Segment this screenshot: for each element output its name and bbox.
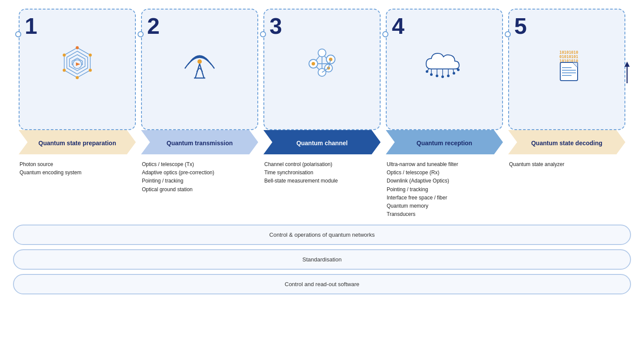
svg-point-11 bbox=[76, 76, 79, 79]
detail-item: Adaptive optics (pre-correction) bbox=[142, 169, 257, 177]
indicator-1 bbox=[15, 31, 21, 37]
banner-text-2: Quantum transmission bbox=[167, 139, 233, 147]
number-3: 3 bbox=[269, 15, 375, 37]
bottom-bar-1: Control & operations of quantum networks bbox=[13, 225, 631, 245]
number-2: 2 bbox=[147, 15, 252, 37]
detail-item: Quantum state analyzer bbox=[509, 160, 624, 169]
cloud-icon bbox=[423, 46, 466, 81]
details-4: Ultra-narrow and tuneable filter Optics … bbox=[386, 156, 503, 220]
detail-item: Interface free space / fiber bbox=[387, 194, 502, 202]
details-1: Photon source Quantum encoding system bbox=[19, 156, 136, 179]
svg-text:10101010: 10101010 bbox=[559, 50, 578, 55]
detail-item: Channel control (polarisation) bbox=[264, 160, 380, 169]
number-5: 5 bbox=[514, 15, 619, 37]
document-icon: 10101010 01010101 10101010 bbox=[547, 44, 586, 83]
detail-item: Ultra-narrow and tuneable filter bbox=[387, 160, 502, 169]
detail-item: Photon source bbox=[20, 160, 135, 169]
main-diagram: 1 bbox=[13, 9, 631, 294]
banner-wrap-1: Quantum state preparation bbox=[19, 130, 136, 156]
banner-text-4: Quantum reception bbox=[417, 139, 472, 147]
svg-point-7 bbox=[89, 54, 92, 57]
detail-item: Bell-state measurement module bbox=[264, 177, 380, 185]
box-3: 3 bbox=[263, 9, 381, 130]
column-5: 5 10101010 01010101 10101010 bbox=[508, 9, 625, 170]
detail-item: Optical ground station bbox=[142, 186, 257, 194]
svg-point-9 bbox=[63, 54, 66, 57]
svg-point-8 bbox=[89, 69, 92, 72]
antenna-icon bbox=[180, 44, 219, 83]
column-2: 2 bbox=[141, 9, 258, 196]
detail-item: Pointing / tracking bbox=[142, 177, 257, 185]
banner-wrap-5: Quantum state decoding bbox=[508, 130, 625, 156]
indicator-2 bbox=[138, 31, 144, 37]
svg-point-10 bbox=[63, 69, 66, 72]
detail-item: Downlink (Adaptive Optics) bbox=[387, 177, 502, 185]
box-5: 5 10101010 01010101 10101010 bbox=[508, 9, 625, 130]
detail-item: Optics / telescope (Rx) bbox=[387, 169, 502, 177]
icon-area-1 bbox=[25, 40, 130, 88]
banner-wrap-3: Quantum channel bbox=[263, 130, 381, 156]
icon-area-2 bbox=[147, 40, 252, 88]
details-5: Quantum state analyzer bbox=[508, 156, 625, 170]
bottom-bar-2: Standardisation bbox=[13, 249, 631, 270]
icon-area-4 bbox=[392, 40, 497, 88]
detail-item: Time synchronisation bbox=[264, 169, 380, 177]
network-icon bbox=[302, 44, 342, 83]
indicator-5 bbox=[505, 31, 511, 37]
banner-text-5: Quantum state decoding bbox=[531, 139, 602, 147]
banner-text-3: Quantum channel bbox=[296, 139, 348, 147]
detail-item: Pointing / tracking bbox=[387, 186, 502, 194]
detail-item: Transducers bbox=[387, 210, 502, 219]
svg-marker-62 bbox=[624, 62, 630, 67]
number-4: 4 bbox=[392, 15, 497, 37]
icon-area-5: 10101010 01010101 10101010 bbox=[514, 40, 619, 88]
banner-wrap-4: Quantum reception bbox=[386, 130, 503, 156]
box-4: 4 bbox=[386, 9, 503, 130]
number-1: 1 bbox=[25, 15, 130, 37]
bottom-bars: Control & operations of quantum networks… bbox=[13, 225, 631, 294]
svg-point-6 bbox=[76, 46, 79, 49]
details-2: Optics / telescope (Tx) Adaptive optics … bbox=[141, 156, 258, 196]
svg-point-30 bbox=[318, 49, 326, 57]
box-2: 2 bbox=[141, 9, 258, 130]
detail-item: Quantum encoding system bbox=[20, 169, 135, 177]
indicator-3 bbox=[260, 31, 266, 37]
column-3: 3 bbox=[263, 9, 381, 187]
details-3: Channel control (polarisation) Time sync… bbox=[263, 156, 381, 187]
detail-item: Optics / telescope (Tx) bbox=[142, 160, 257, 169]
photon-icon bbox=[58, 44, 97, 83]
svg-text:01010101: 01010101 bbox=[559, 55, 578, 59]
indicator-4 bbox=[382, 31, 388, 37]
icon-area-3 bbox=[269, 40, 375, 88]
bottom-bar-3: Control and read-out software bbox=[13, 274, 631, 294]
column-1: 1 bbox=[19, 9, 136, 179]
svg-point-13 bbox=[197, 59, 202, 64]
up-arrow-indicator bbox=[623, 62, 631, 89]
banner-text-1: Quantum state preparation bbox=[39, 139, 116, 147]
svg-point-27 bbox=[312, 62, 315, 65]
detail-item: Quantum memory bbox=[387, 202, 502, 210]
box-1: 1 bbox=[19, 9, 136, 130]
up-arrow-svg bbox=[623, 62, 631, 88]
columns-row: 1 bbox=[13, 9, 631, 220]
banner-wrap-2: Quantum transmission bbox=[141, 130, 258, 156]
column-4: 4 bbox=[386, 9, 503, 220]
